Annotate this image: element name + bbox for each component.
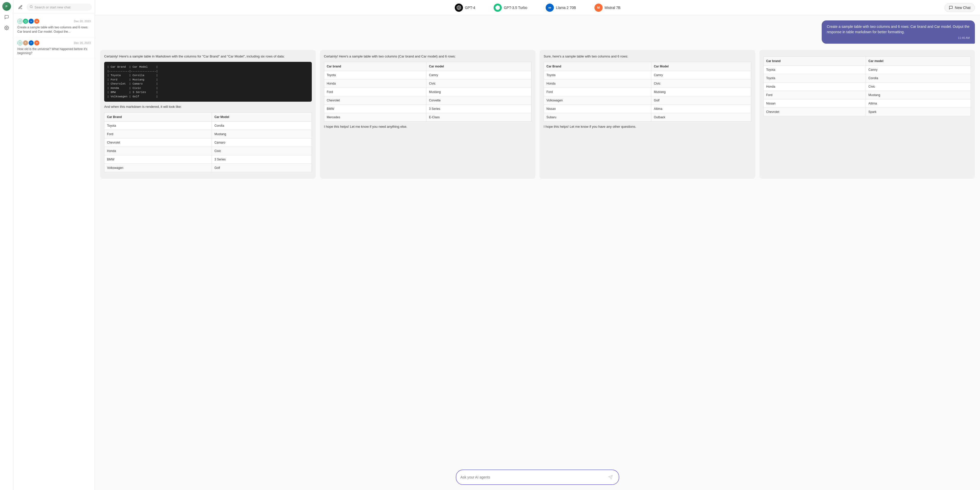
table-row: Volkswagen [544,96,651,105]
table-header: Car brand [764,56,866,65]
data-table-llama: Car Brand Car Model ToyotaCamryHondaCivi… [544,62,751,121]
table-row: Civic [866,82,971,91]
table-header: Car Model [651,62,751,71]
model-name-mistral: Mistral 7B [605,6,620,10]
table-row: Altima [866,99,971,107]
gpt4-icon [18,40,22,45]
table-row: Camaro [212,138,312,147]
table-row: Civic [651,80,751,88]
table-row: Camry [651,71,751,80]
new-chat-sidebar-btn[interactable] [16,3,24,11]
response-footer-gpt35: I hope this helps! Let me know if you ne… [324,124,531,129]
send-icon [608,475,613,479]
table-row: Mustang [426,88,531,96]
table-row: Honda [764,82,866,91]
top-bar: GPT-4 GPT-3.5 Turbo ∞ Llama 2 70B M Mist… [95,0,980,15]
response-footer-llama: I hope this helps! Let me know if you ha… [544,124,751,129]
table-row: Ford [544,88,651,96]
data-table-gpt4: Car Brand Car Model ToyotaCorollaFordMus… [104,112,312,172]
table-row: Chevrolet [764,107,866,116]
model-tab-mistral[interactable]: M Mistral 7B [591,2,624,14]
table-row: Golf [212,163,312,172]
user-message-time: 11:46 AM [827,36,970,40]
send-button[interactable] [606,473,615,481]
user-message-text: Create a sample table with two columns a… [827,24,970,35]
table-row: Volkswagen [105,163,212,172]
table-row: Corolla [212,121,312,130]
table-row: Chevrolet [324,96,426,105]
user-avatar[interactable]: P [2,2,11,11]
table-row: Toyota [105,121,212,130]
data-table-mistral: Car brand Car model ToyotaCamryToyotaCor… [764,56,971,116]
list-item[interactable]: A ∞ M Dec 20, 2023 How old is the univer… [13,37,95,59]
chat-icon-btn[interactable] [2,13,11,21]
mistral-icon: M [34,19,39,24]
table-row: 3 Series [426,105,531,113]
chat-preview: Create a sample table with two columns a… [18,25,91,34]
model-icons-group: A ∞ M [18,40,73,45]
openai-icon [457,5,461,10]
table-row: Chevrolet [105,138,212,147]
table-row: Corolla [866,74,971,82]
table-row: Civic [212,147,312,155]
sidebar: Search or start new chat [13,0,95,490]
table-row: Toyota [324,71,426,80]
search-placeholder-text: Search or start new chat [35,5,70,9]
new-chat-button[interactable]: New Chat [945,3,975,12]
response-intro-llama: Sure, here's a sample table with two col… [544,54,751,59]
input-wrapper [456,469,619,485]
table-row: Toyota [764,65,866,74]
user-message: Create a sample table with two columns a… [822,21,975,44]
gpt35-icon [23,19,28,24]
llama-icon: ∞ [29,40,34,45]
table-row: Altima [651,105,751,113]
table-header: Car model [426,62,531,71]
new-chat-icon [949,6,953,10]
model-tab-gpt4[interactable]: GPT-4 [452,2,478,14]
chat-item-header: A ∞ M Dec 20, 2023 [18,40,91,45]
model-tab-gpt35[interactable]: GPT-3.5 Turbo [490,2,530,14]
main-content: GPT-4 GPT-3.5 Turbo ∞ Llama 2 70B M Mist… [95,0,980,490]
new-chat-label: New Chat [955,6,970,10]
model-tab-llama[interactable]: ∞ Llama 2 70B [542,2,579,14]
input-area [95,466,980,490]
chat-item-header: ∞ M Dec 20, 2023 [18,19,91,24]
settings-icon-btn[interactable] [2,24,11,32]
gpt4-icon [18,19,22,24]
table-header: Car Brand [105,112,212,121]
chat-input[interactable] [460,475,604,479]
table-row: Nissan [764,99,866,107]
table-row: Mustang [651,88,751,96]
svg-point-1 [30,6,32,8]
table-row: Nissan [544,105,651,113]
response-card-gpt35: Certainly! Here's a sample table with tw… [320,50,536,179]
list-item[interactable]: ∞ M Dec 20, 2023 Create a sample table w… [13,16,95,37]
chat-list: ∞ M Dec 20, 2023 Create a sample table w… [13,14,95,490]
table-row: Subaru [544,113,651,121]
sidebar-header: Search or start new chat [13,0,95,14]
response-intro-gpt4: Certainly! Here's a sample table in Mark… [104,54,312,59]
gpt35-logo [493,3,502,12]
table-row: Mustang [212,130,312,138]
anthropic-icon: A [23,40,28,45]
response-card-gpt4: Certainly! Here's a sample table in Mark… [100,50,316,179]
table-header: Car model [866,56,971,65]
avatar-text: P [6,5,7,8]
table-row: Outback [651,113,751,121]
table-row: Corvette [426,96,531,105]
chat-date: Dec 20, 2023 [74,20,91,23]
llama-logo: ∞ [546,3,554,12]
response-card-mistral: Car brand Car model ToyotaCamryToyotaCor… [759,50,975,179]
table-row: Ford [324,88,426,96]
model-name-gpt4: GPT-4 [465,6,475,10]
compose-icon [18,5,23,10]
response-intro-gpt35: Certainly! Here's a sample table with tw… [324,54,531,59]
svg-line-2 [32,7,32,8]
chat-content: Create a sample table with two columns a… [95,15,980,466]
settings-icon [4,26,9,30]
chat-icon [4,15,9,19]
table-row: BMW [105,155,212,163]
search-box[interactable]: Search or start new chat [27,3,92,11]
table-row: Golf [651,96,751,105]
openai-icon-2 [495,5,500,10]
